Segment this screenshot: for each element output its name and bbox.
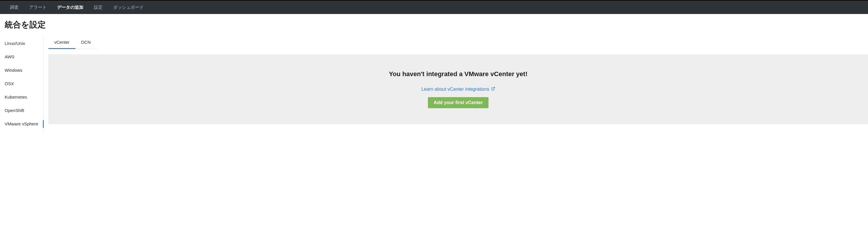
external-link-icon <box>491 87 495 92</box>
content: Linux/Unix AWS Windows OSX Kubernetes Op… <box>0 37 868 133</box>
top-nav: 調査 アラート データの追加 設定 ダッシュボード <box>0 0 868 14</box>
nav-item-dashboard[interactable]: ダッシュボード <box>108 1 149 14</box>
main: vCenter DCN You haven't integrated a VMw… <box>44 37 868 133</box>
learn-link-text: Learn about vCenter integrations <box>421 87 489 92</box>
page-header: 統合を設定 <box>0 14 868 33</box>
svg-line-0 <box>493 87 494 89</box>
learn-link[interactable]: Learn about vCenter integrations <box>421 87 495 92</box>
page-title: 統合を設定 <box>5 19 863 30</box>
sidebar-item-aws[interactable]: AWS <box>0 50 43 63</box>
sidebar-item-openshift[interactable]: OpenShift <box>0 104 43 117</box>
add-vcenter-button[interactable]: Add your first vCenter <box>428 97 489 108</box>
sidebar-item-vmware-vsphere[interactable]: VMware vSphere <box>0 117 43 131</box>
nav-item-alert[interactable]: アラート <box>24 1 52 14</box>
empty-state-title: You haven't integrated a VMware vCenter … <box>389 70 528 78</box>
tab-vcenter[interactable]: vCenter <box>49 37 75 49</box>
tabs: vCenter DCN <box>49 37 97 49</box>
nav-item-investigate[interactable]: 調査 <box>5 1 24 14</box>
sidebar: Linux/Unix AWS Windows OSX Kubernetes Op… <box>0 37 44 133</box>
empty-state-panel: You haven't integrated a VMware vCenter … <box>49 54 868 124</box>
nav-item-add-data[interactable]: データの追加 <box>52 1 89 14</box>
sidebar-item-windows[interactable]: Windows <box>0 63 43 77</box>
sidebar-item-kubernetes[interactable]: Kubernetes <box>0 90 43 104</box>
sidebar-item-osx[interactable]: OSX <box>0 77 43 90</box>
sidebar-item-linux[interactable]: Linux/Unix <box>0 37 43 50</box>
nav-item-settings[interactable]: 設定 <box>89 1 108 14</box>
tab-dcn[interactable]: DCN <box>75 37 97 49</box>
